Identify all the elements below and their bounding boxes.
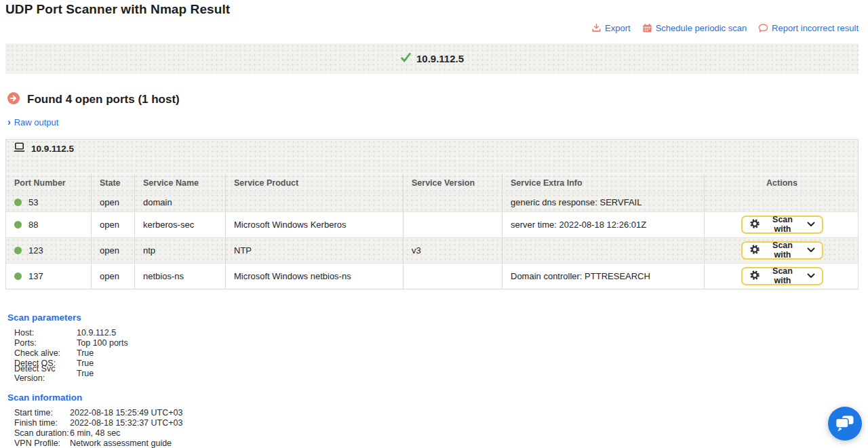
kv-row: Scan duration:6 min, 48 sec xyxy=(7,428,859,439)
raw-output-label: Raw output xyxy=(14,117,59,127)
service-product: Microsoft Windows Kerberos xyxy=(226,212,403,237)
service-name: kerberos-sec xyxy=(135,212,226,237)
kv-label: VPN Profile: xyxy=(7,439,70,448)
scan-with-button[interactable]: Scan with xyxy=(741,241,823,260)
chat-bubbles-icon xyxy=(828,432,862,443)
scan-with-button[interactable]: Scan with xyxy=(741,216,823,234)
kv-label: Host: xyxy=(7,328,77,338)
report-incorrect-result-button[interactable]: Report incorrect result xyxy=(758,23,859,33)
results-heading-row: Found 4 open ports (1 host) xyxy=(5,92,859,107)
actions-cell: Scan with xyxy=(705,238,858,263)
summary-host-label: 10.9.112.5 xyxy=(416,53,464,64)
open-port-dot-icon xyxy=(14,199,22,206)
col-service-product: Service Product xyxy=(226,174,403,192)
chevron-down-icon xyxy=(807,245,815,255)
port-state: open xyxy=(92,193,135,211)
kv-value: True xyxy=(77,348,94,358)
table-row: 123 open ntp NTP v3 Scan with xyxy=(6,237,858,263)
actions-cell: Scan with xyxy=(705,264,858,289)
host-header-row: 10.9.112.5 xyxy=(6,140,858,159)
service-version xyxy=(403,212,502,237)
kv-row: Detect Svc Version:True xyxy=(7,369,859,379)
check-icon xyxy=(400,52,412,65)
schedule-periodic-scan-button[interactable]: Schedule periodic scan xyxy=(642,23,747,33)
col-service-extra-info: Service Extra Info xyxy=(502,174,705,192)
service-extra-info xyxy=(502,238,705,263)
chevron-right-icon: › xyxy=(7,117,11,127)
kv-row: VPN Profile:Network assessment guide xyxy=(7,439,859,448)
host-label: 10.9.112.5 xyxy=(31,144,74,154)
service-product: Microsoft Windows netbios-ns xyxy=(226,264,403,289)
scan-with-label: Scan with xyxy=(764,241,802,260)
service-extra-info: server time: 2022-08-18 12:26:01Z xyxy=(502,212,705,237)
kv-value: 10.9.112.5 xyxy=(77,328,116,338)
col-port-number: Port Number xyxy=(6,174,92,192)
scan-with-button[interactable]: Scan with xyxy=(741,267,823,285)
service-name: ntp xyxy=(135,238,226,263)
scan-with-label: Scan with xyxy=(764,266,802,285)
export-label: Export xyxy=(605,23,631,33)
service-name: domain xyxy=(135,193,226,211)
service-extra-info: generic dns response: SERVFAIL xyxy=(502,193,705,211)
kv-row: Ports:Top 100 ports xyxy=(7,338,859,348)
col-service-name: Service Name xyxy=(135,174,226,192)
chat-launcher-button[interactable] xyxy=(828,407,862,441)
service-version xyxy=(403,193,502,211)
toolbar: Export Schedule periodic scan Report inc… xyxy=(5,22,859,34)
table-row: 137 open netbios-ns Microsoft Windows ne… xyxy=(6,263,858,289)
kv-value: Top 100 ports xyxy=(77,338,128,348)
service-version: v3 xyxy=(403,238,502,263)
port-number: 137 xyxy=(28,271,43,281)
port-number: 88 xyxy=(28,220,38,230)
kv-label: Start time: xyxy=(7,408,70,418)
table-row: 53 open domain generic dns response: SER… xyxy=(6,192,858,211)
export-button[interactable]: Export xyxy=(591,23,631,33)
port-number: 123 xyxy=(28,245,43,256)
col-actions: Actions xyxy=(705,174,858,192)
col-state: State xyxy=(92,174,135,192)
page-title: UDP Port Scanner with Nmap Result xyxy=(5,0,859,17)
laptop-icon xyxy=(14,142,25,155)
raw-output-toggle[interactable]: › Raw output xyxy=(7,117,58,127)
port-number: 53 xyxy=(28,197,38,207)
service-version xyxy=(403,264,502,289)
service-name: netbios-ns xyxy=(135,264,226,289)
kv-label: Scan duration: xyxy=(7,428,70,438)
calendar-icon xyxy=(642,23,652,33)
scan-with-label: Scan with xyxy=(764,215,802,234)
chevron-down-icon xyxy=(807,220,815,229)
kv-value: True xyxy=(77,359,94,368)
chevron-down-icon xyxy=(807,271,815,281)
scan-summary-bar[interactable]: 10.9.112.5 xyxy=(5,43,859,74)
service-extra-info: Domain controller: PTTRESEARCH xyxy=(502,264,705,289)
kv-value: 2022-08-18 15:25:49 UTC+03 xyxy=(70,408,182,418)
port-state: open xyxy=(92,212,135,237)
kv-row: Finish time:2022-08-18 15:32:37 UTC+03 xyxy=(7,418,859,428)
col-service-version: Service Version xyxy=(403,174,502,192)
kv-row: Check alive:True xyxy=(7,348,859,359)
kv-row: Detect OS:True xyxy=(7,359,859,369)
service-product xyxy=(226,193,403,211)
port-state: open xyxy=(92,264,135,289)
actions-cell: Scan with xyxy=(705,212,858,237)
port-state: open xyxy=(92,238,135,263)
kv-label: Detect Svc Version: xyxy=(7,364,77,383)
results-table: 10.9.112.5 Port Number State Service Nam… xyxy=(5,139,859,289)
gear-icon xyxy=(750,219,760,230)
kv-label: Finish time: xyxy=(7,418,70,428)
page: UDP Port Scanner with Nmap Result Export… xyxy=(0,0,868,448)
kv-value: True xyxy=(77,369,94,378)
actions-cell xyxy=(705,193,858,211)
kv-value: Network assessment guide xyxy=(70,439,172,448)
speech-bubble-icon xyxy=(758,23,768,33)
scan-parameters-section: Scan parameters Host:10.9.112.5 Ports:To… xyxy=(7,312,859,379)
scan-information-heading: Scan information xyxy=(7,392,859,403)
results-heading: Found 4 open ports (1 host) xyxy=(27,93,180,106)
open-port-dot-icon xyxy=(14,247,22,254)
open-port-dot-icon xyxy=(14,221,22,228)
arrow-right-circle-icon xyxy=(7,92,20,107)
service-product: NTP xyxy=(226,238,403,263)
gear-icon xyxy=(750,245,760,256)
kv-label: Ports: xyxy=(7,338,77,348)
table-row: 88 open kerberos-sec Microsoft Windows K… xyxy=(6,211,858,237)
